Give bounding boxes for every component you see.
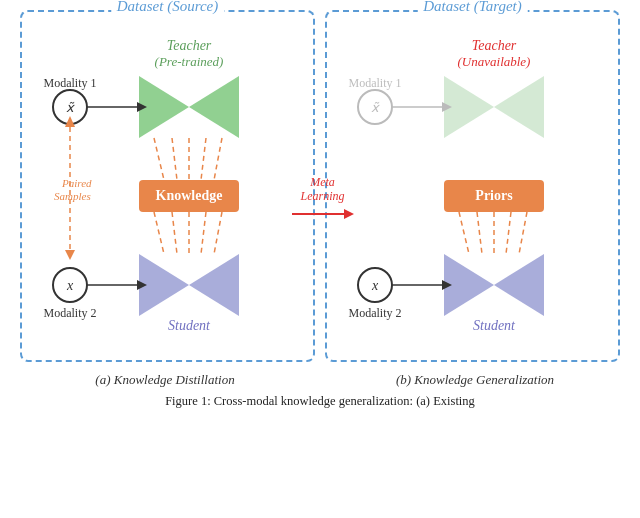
dashed-line-1: [154, 138, 164, 180]
priors-box-text: Priors: [475, 188, 513, 203]
meta-learning-label: Meta Learning: [300, 175, 344, 204]
samples-label: Samples: [54, 190, 91, 202]
target-svg: Teacher (Unavailable) Priors Student: [339, 32, 609, 342]
modality1-symbol: x̃: [66, 100, 75, 115]
dashed-line-7: [172, 212, 177, 254]
dashed-line-4: [201, 138, 206, 180]
dashed-line-5: [214, 138, 222, 180]
r-dashed-line-4: [506, 212, 511, 254]
figure-caption: Figure 1: Cross-modal knowledge generali…: [155, 394, 485, 409]
target-diagram: Dataset (Target) Teacher (Unavailable) P…: [325, 10, 620, 362]
captions-row: (a) Knowledge Distillation (b) Knowledge…: [10, 366, 630, 388]
target-dataset-label: Dataset (Target): [417, 0, 527, 15]
r-modality1-text: Modality 1: [349, 76, 402, 90]
r-modality2-symbol: x: [371, 278, 379, 293]
modality2-text: Modality 2: [44, 306, 97, 320]
dashed-line-9: [201, 212, 206, 254]
student-right-triangle: [189, 254, 239, 316]
r-dashed-line-2: [477, 212, 482, 254]
student-label-left: Student: [168, 318, 211, 333]
dashed-line-6: [154, 212, 164, 254]
teacher-pretrained-label2: (Pre-trained): [155, 54, 224, 69]
meta-arrow-svg: [290, 206, 355, 222]
main-container: Dataset (Source) Teacher (Pre-trained): [0, 0, 640, 414]
student-label-right: Student: [473, 318, 516, 333]
left-caption: (a) Knowledge Distillation: [18, 372, 313, 388]
teacher-unavailable-label1: Teacher: [472, 38, 517, 53]
meta-arrowhead: [344, 209, 354, 219]
modality2-symbol: x: [66, 278, 74, 293]
r-dashed-line-5: [519, 212, 527, 254]
source-dataset-label: Dataset (Source): [111, 0, 225, 15]
teacher-unavailable-label2: (Unavailable): [458, 54, 531, 69]
r-modality2-text: Modality 2: [349, 306, 402, 320]
teacher-pretrained-label1: Teacher: [167, 38, 212, 53]
knowledge-box-text: Knowledge: [156, 188, 223, 203]
source-diagram: Dataset (Source) Teacher (Pre-trained): [20, 10, 315, 362]
r-modality1-symbol: x̃: [371, 100, 380, 115]
teacher-right-triangle-faded: [494, 76, 544, 138]
teacher-right-triangle: [189, 76, 239, 138]
paired-arrowhead-down: [65, 250, 75, 260]
source-svg: Teacher (Pre-trained) Knowledge: [34, 32, 304, 342]
modality1-text: Modality 1: [44, 76, 97, 90]
dashed-line-10: [214, 212, 222, 254]
dashed-line-2: [172, 138, 177, 180]
r-dashed-line-1: [459, 212, 469, 254]
right-caption: (b) Knowledge Generalization: [328, 372, 623, 388]
paired-label: Paired: [61, 177, 92, 189]
r-student-right-triangle: [494, 254, 544, 316]
meta-learning-section: Meta Learning: [290, 175, 355, 222]
